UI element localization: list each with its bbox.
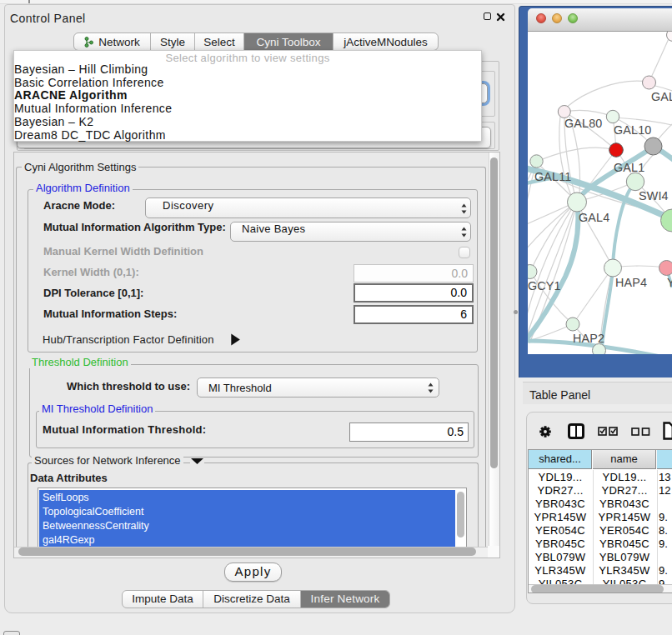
svg-text:GAL10: GAL10	[614, 123, 652, 137]
svg-text:HAP2: HAP2	[573, 332, 604, 345]
svg-text:GAL4: GAL4	[579, 211, 609, 224]
svg-text:GAL80: GAL80	[564, 117, 603, 130]
svg-text:GCY1: GCY1	[528, 279, 561, 292]
svg-text:GAL2: GAL2	[651, 90, 672, 103]
svg-text:SWI4: SWI4	[639, 189, 669, 202]
svg-text:GAL11: GAL11	[534, 170, 571, 183]
svg-text:GAL1: GAL1	[614, 161, 644, 174]
svg-text:Y: Y	[667, 276, 672, 289]
svg-text:HAP4: HAP4	[615, 276, 647, 289]
